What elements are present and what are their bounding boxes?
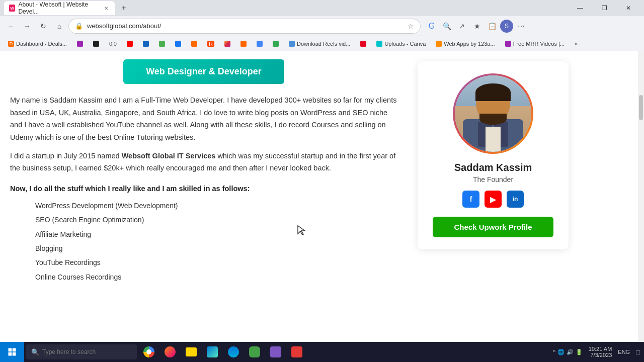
bookmark-favicon-yt [127,41,133,47]
taskbar-edge-icon[interactable] [223,342,244,362]
tray-show-hidden[interactable]: ^ [553,349,555,355]
bookmark-yt[interactable] [123,40,137,48]
tray-icons: ^ 🌐 🔊 🔋 [553,349,583,355]
banner-button[interactable]: Web Designer & Developer [123,59,284,84]
profile-sidebar: Saddam Kassim The Founder f ▶ in [408,51,579,342]
youtube-icon[interactable]: ▶ [485,191,502,208]
taskbar-green-icon[interactable] [245,342,265,362]
scrollbar-thumb[interactable] [639,95,643,120]
skill-item-3: Affiliate Marketing [35,227,397,241]
bookmark-more[interactable]: » [571,40,582,48]
bookmark-favicon-fb [175,41,181,47]
taskbar-app-icons [139,342,307,362]
upwork-profile-button[interactable]: Check Upwork Profile [433,217,553,237]
taskbar-files-icon[interactable] [181,342,201,362]
main-content: Web Designer & Developer My name is Sadd… [0,51,408,342]
forward-button[interactable]: → [20,19,34,33]
tray-network-icon[interactable]: 🌐 [557,349,565,355]
bookmark-label-download: Download Reels vid... [297,41,350,47]
bookmark-fb[interactable] [171,40,185,48]
bookmark-favicon-download [289,41,295,47]
profile-title: The Founder [473,175,513,184]
avatar-inner [455,75,531,152]
skills-list: WordPress Development (Web Development) … [35,199,397,284]
bookmark-ai[interactable] [236,40,251,48]
bookmark-wa[interactable] [155,40,169,48]
bookmark-v1[interactable] [73,40,87,48]
bookmark-v2[interactable] [89,40,103,48]
purple-app-icon [270,346,281,357]
page-wrapper: Web Designer & Developer My name is Sadd… [0,51,644,342]
bookmark-wp[interactable] [139,40,153,48]
taskbar-chrome-icon[interactable] [139,342,159,362]
home-button[interactable]: ⌂ [52,19,66,33]
taskbar-firefox-icon[interactable] [160,342,180,362]
close-button[interactable]: ✕ [617,0,640,16]
scrollbar[interactable] [638,51,644,342]
tab-title: About - Websoft | Website Devel... [18,1,99,15]
tray-clock[interactable]: 10:21 AM 7/3/2023 [589,346,612,358]
bookmark-00[interactable]: 0|0 [105,40,121,48]
tray-date: 7/3/2023 [590,352,612,358]
bookmark-favicon-af [191,41,197,47]
reload-button[interactable]: ↻ [36,19,50,33]
bookmark-pin[interactable] [356,40,370,48]
bookmark-trend[interactable] [269,40,283,48]
skills-heading: Now, I do all the stuff which I really l… [10,185,397,193]
bookmark-ig[interactable] [220,40,234,48]
taskbar: 🔍 ^ � [0,342,644,362]
bookmark-r[interactable]: R [203,40,218,48]
bookmark-123[interactable]: Web Apps by 123a... [432,40,499,48]
taskbar-search-input[interactable] [42,348,123,355]
start-button[interactable] [0,342,24,362]
taskbar-purple-icon[interactable] [266,342,286,362]
bookmark-favicon-v2 [93,41,99,47]
page-content: Web Designer & Developer My name is Sadd… [0,51,644,342]
bookmark-dashboard[interactable]: D Dashboard - Deals... [4,40,71,48]
taskbar-search-icon: 🔍 [31,348,39,356]
settings-icon[interactable]: ⋯ [514,19,528,33]
facebook-icon[interactable]: f [462,191,479,208]
avatar [455,75,531,152]
maximize-button[interactable]: ❐ [593,0,616,16]
windows-icon [8,347,17,356]
profile-name: Saddam Kassim [454,162,532,173]
collections-icon[interactable]: 📋 [485,19,499,33]
bookmark-favicon-cloud [257,41,263,47]
favorites-icon[interactable]: ★ [470,19,484,33]
edge-icon [228,346,239,357]
bookmark-star-icon[interactable]: ☆ [408,22,414,30]
bookmark-favicon-ai [240,41,247,47]
navigation-bar: ← → ↻ ⌂ 🔒 ☆ G 🔍 ↗ ★ 📋 S ⋯ [0,16,644,36]
bookmark-mrr[interactable]: Free MRR Videos |... [501,40,569,48]
search-icon[interactable]: 🔍 [440,19,454,33]
system-tray: ^ 🌐 🔊 🔋 10:21 AM 7/3/2023 ENG □ [553,346,644,358]
tray-battery-icon[interactable]: 🔋 [576,349,583,355]
tab-close-button[interactable]: ✕ [103,4,110,12]
bookmarks-bar: D Dashboard - Deals... 0|0 R Download Re… [0,36,644,51]
extensions-icon[interactable]: G [425,19,439,33]
taskbar-store-icon[interactable] [202,342,222,362]
avatar-container [453,73,533,154]
bookmark-cloud[interactable] [253,40,267,48]
url-input[interactable] [87,22,404,30]
minimize-button[interactable]: — [569,0,592,16]
account-icon[interactable]: S [500,20,513,33]
taskbar-red-icon[interactable] [287,342,307,362]
bookmark-canva[interactable]: Uploads - Canva [372,40,430,48]
address-bar[interactable]: 🔒 ☆ [68,19,421,34]
linkedin-icon[interactable]: in [507,191,524,208]
bookmark-download[interactable]: Download Reels vid... [285,40,354,48]
bio-paragraph-1: My name is Saddam Kassim and I am a Full… [10,94,397,144]
notifications-icon[interactable]: □ [636,348,640,356]
back-button[interactable]: ← [4,19,18,33]
share-icon[interactable]: ↗ [455,19,469,33]
chrome-icon [143,346,154,357]
svg-rect-1 [13,348,16,352]
tray-volume-icon[interactable]: 🔊 [567,349,574,355]
more-bookmarks-label: » [575,41,578,47]
bookmark-af[interactable] [187,40,201,48]
taskbar-search[interactable]: 🔍 [26,344,137,359]
new-tab-button[interactable]: + [117,1,131,15]
active-tab[interactable]: W About - Websoft | Website Devel... ✕ [4,1,115,15]
